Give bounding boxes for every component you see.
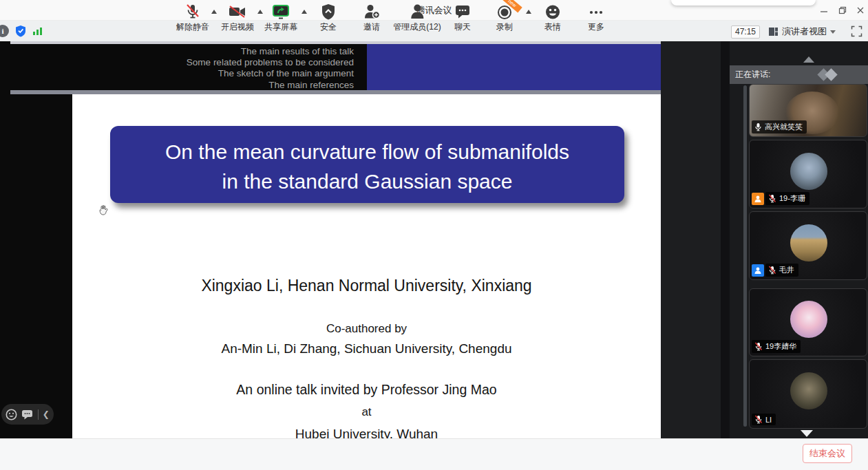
manage-members-button[interactable]: 管理成员(12) bbox=[393, 2, 441, 33]
slide-coauthored-label: Co-authored by bbox=[72, 322, 661, 336]
meeting-protection-shield-icon[interactable] bbox=[14, 25, 27, 40]
more-dots-icon bbox=[587, 2, 605, 21]
participant-tile[interactable]: LI bbox=[749, 359, 867, 429]
end-meeting-button[interactable]: 结束会议 bbox=[803, 444, 852, 463]
participant-tile[interactable]: 毛井 bbox=[749, 211, 867, 280]
share-screen-button[interactable]: 共享屏幕 bbox=[264, 2, 297, 33]
close-button[interactable] bbox=[853, 3, 868, 17]
slide-author-line: Xingxiao Li, Henan Normal University, Xi… bbox=[72, 277, 661, 295]
view-mode-switcher[interactable]: 演讲者视图 bbox=[768, 24, 836, 39]
fullscreen-icon bbox=[851, 25, 862, 37]
pill-divider bbox=[38, 409, 39, 420]
smiley-icon bbox=[544, 2, 562, 21]
participant-tile[interactable]: 19-李珊 bbox=[749, 140, 867, 209]
maximize-button[interactable] bbox=[835, 3, 850, 17]
avatar bbox=[790, 301, 827, 338]
meeting-logo-icon bbox=[825, 68, 837, 81]
toolbar-label: 开启视频 bbox=[221, 21, 254, 33]
toolbar-label: 录制 bbox=[496, 21, 513, 33]
unmute-button[interactable]: 解除静音 bbox=[176, 2, 209, 33]
toolbar-label: 共享屏幕 bbox=[264, 21, 297, 33]
avatar bbox=[790, 224, 827, 261]
minimize-button[interactable] bbox=[816, 3, 832, 17]
close-icon bbox=[856, 6, 865, 14]
scroll-up-arrow-icon[interactable] bbox=[803, 56, 814, 63]
role-badge-icon bbox=[752, 193, 764, 205]
outline-line: The sketch of the main argument bbox=[10, 68, 354, 79]
toolbar-label: 安全 bbox=[320, 21, 337, 33]
stage-background bbox=[661, 41, 721, 438]
reaction-quickbar: ❮ bbox=[1, 404, 54, 425]
mic-muted-icon bbox=[754, 342, 763, 351]
restore-icon bbox=[838, 6, 847, 14]
minimize-icon bbox=[820, 6, 828, 14]
shield-icon bbox=[320, 2, 337, 21]
record-button[interactable]: new 录制 bbox=[496, 2, 514, 33]
record-options-arrow[interactable] bbox=[526, 10, 531, 14]
invite-person-icon bbox=[363, 2, 381, 21]
stage-sidebar-gap bbox=[721, 41, 730, 438]
participants-sidebar: 正在讲话: 高兴就笑笑 19-李珊 bbox=[730, 41, 868, 438]
camera-off-icon bbox=[228, 2, 247, 21]
slide-coauthors-line: An-Min Li, Di Zhang, Sichuan University,… bbox=[72, 341, 661, 356]
outline-line: The main results of this talk bbox=[10, 46, 354, 57]
participant-tile-speaker[interactable]: 高兴就笑笑 bbox=[749, 84, 867, 137]
participant-name: 高兴就笑笑 bbox=[765, 122, 803, 132]
audio-options-arrow[interactable] bbox=[211, 10, 217, 14]
more-button[interactable]: 更多 bbox=[587, 2, 605, 33]
toolbar-label: 管理成员(12) bbox=[393, 21, 441, 33]
presentation-slide: On the mean curvature flow of submanifol… bbox=[72, 94, 661, 438]
screen-share-icon bbox=[271, 2, 290, 21]
speaking-now-label: 正在讲话: bbox=[735, 69, 770, 81]
network-signal-icon[interactable] bbox=[32, 26, 43, 39]
role-badge-icon bbox=[752, 264, 764, 277]
emoji-icon[interactable] bbox=[6, 409, 17, 420]
pan-hand-cursor-icon bbox=[98, 204, 108, 218]
slide-title-line: in the standard Gaussian space bbox=[110, 167, 624, 196]
toolbar-label: 解除静音 bbox=[176, 21, 209, 33]
slide-title-line: On the mean curvature flow of submanifol… bbox=[110, 137, 624, 167]
reactions-button[interactable]: 表情 bbox=[544, 2, 562, 33]
participant-name: 19李婧华 bbox=[765, 341, 796, 352]
participant-name: 毛井 bbox=[779, 265, 794, 275]
toolbar-label: 更多 bbox=[588, 21, 604, 33]
chat-bubble-icon bbox=[454, 2, 472, 21]
slide-outline-fragment: The main results of this talk Some relat… bbox=[10, 44, 367, 90]
avatar bbox=[790, 372, 827, 409]
slide-title-banner: On the mean curvature flow of submanifol… bbox=[110, 126, 624, 203]
outline-line: The main references bbox=[10, 80, 354, 91]
slide-at-word: at bbox=[72, 405, 661, 419]
chat-bubble-icon[interactable] bbox=[21, 409, 33, 420]
start-video-button[interactable]: 开启视频 bbox=[221, 2, 254, 33]
mic-muted-icon bbox=[768, 194, 776, 203]
fullscreen-button[interactable] bbox=[851, 25, 862, 40]
invite-button[interactable]: 邀请 bbox=[363, 2, 381, 33]
collapsed-floating-toolbar[interactable] bbox=[671, 0, 816, 6]
mic-muted-icon bbox=[768, 266, 776, 275]
share-options-arrow[interactable] bbox=[301, 10, 307, 14]
toolbar-label: 聊天 bbox=[454, 21, 471, 33]
avatar bbox=[790, 153, 827, 190]
slide-invitation-line: An online talk invited by Professor Jing… bbox=[72, 382, 661, 398]
meeting-timer: 47:15 bbox=[731, 25, 760, 39]
record-icon: new bbox=[496, 2, 514, 21]
members-icon bbox=[408, 2, 426, 21]
speaker-view-icon bbox=[768, 27, 779, 36]
scroll-down-arrow-icon[interactable] bbox=[801, 430, 813, 437]
mic-muted-icon bbox=[754, 415, 763, 424]
toolbar-label: 表情 bbox=[544, 21, 561, 33]
microphone-muted-icon bbox=[184, 2, 202, 21]
participant-list-scrollbar[interactable] bbox=[743, 85, 747, 427]
collapse-pill-chevron-icon[interactable]: ❮ bbox=[43, 409, 50, 419]
view-mode-label: 演讲者视图 bbox=[782, 25, 827, 38]
previous-slide-banner-fragment bbox=[367, 44, 661, 90]
mic-on-icon bbox=[754, 122, 762, 131]
participant-tile[interactable]: 19李婧华 bbox=[749, 288, 867, 356]
chat-button[interactable]: 聊天 bbox=[454, 2, 472, 33]
participant-name: 19-李珊 bbox=[779, 193, 805, 204]
chevron-down-icon bbox=[830, 30, 836, 34]
toolbar-label: 邀请 bbox=[363, 21, 380, 33]
security-button[interactable]: 安全 bbox=[320, 2, 337, 33]
video-options-arrow[interactable] bbox=[257, 10, 263, 14]
participant-name: LI bbox=[765, 416, 772, 424]
